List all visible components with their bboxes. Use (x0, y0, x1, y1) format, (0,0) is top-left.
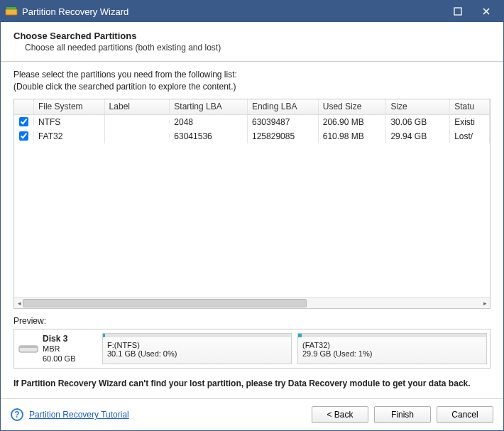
back-button[interactable]: < Back (312, 406, 368, 423)
row-checkbox[interactable] (19, 131, 28, 141)
col-used-size[interactable]: Used Size (319, 99, 387, 114)
table-header: File System Label Starting LBA Ending LB… (14, 99, 490, 115)
page-subheading: Choose all needed partitions (both exist… (25, 43, 491, 53)
disk-icon (18, 342, 38, 355)
instruction-line-2: (Double click the searched partition to … (13, 81, 491, 93)
col-status[interactable]: Statu (450, 99, 490, 114)
cell-used-size: 206.90 MB (319, 115, 387, 129)
close-button[interactable] (472, 1, 500, 22)
col-filesystem[interactable]: File System (34, 99, 105, 114)
window-title: Partition Recovery Wizard (22, 6, 444, 17)
table-row[interactable]: NTFS 2048 63039487 206.90 MB 30.06 GB Ex… (14, 115, 490, 129)
cell-starting-lba: 63041536 (170, 129, 248, 143)
cell-label (105, 134, 170, 138)
partition-label: (FAT32) (302, 341, 482, 349)
preview-label: Preview: (13, 316, 491, 326)
cell-size: 29.94 GB (386, 129, 450, 143)
cell-starting-lba: 2048 (170, 115, 248, 129)
svg-rect-4 (19, 346, 38, 348)
cell-ending-lba: 63039487 (248, 115, 319, 129)
col-ending-lba[interactable]: Ending LBA (248, 99, 319, 114)
disk-info: Disk 3 MBR 60.00 GB (14, 329, 99, 368)
preview-partition[interactable]: F:(NTFS) 30.1 GB (Used: 0%) (102, 333, 292, 364)
separator (1, 61, 503, 62)
preview-partition[interactable]: (FAT32) 29.9 GB (Used: 1%) (297, 333, 487, 364)
table-row[interactable]: FAT32 63041536 125829085 610.98 MB 29.94… (14, 129, 490, 143)
disk-type: MBR (43, 344, 75, 354)
partition-table: File System Label Starting LBA Ending LB… (13, 99, 491, 309)
col-starting-lba[interactable]: Starting LBA (170, 99, 248, 114)
disk-text: Disk 3 MBR 60.00 GB (43, 334, 75, 364)
cell-status: Lost/ (450, 129, 490, 143)
scroll-thumb[interactable] (23, 299, 307, 307)
disk-capacity: 60.00 GB (43, 354, 75, 364)
page-heading: Choose Searched Partitions (13, 31, 491, 41)
preview-box: Disk 3 MBR 60.00 GB F:(NTFS) 30.1 GB (Us… (13, 329, 491, 369)
content-area: Choose Searched Partitions Choose all ne… (1, 22, 503, 398)
app-icon (5, 5, 18, 18)
col-size[interactable]: Size (386, 99, 450, 114)
disk-title: Disk 3 (43, 334, 75, 344)
cell-size: 30.06 GB (386, 115, 450, 129)
col-checkbox (14, 99, 34, 114)
partition-detail: 30.1 GB (Used: 0%) (107, 349, 287, 358)
maximize-button[interactable] (444, 1, 472, 22)
instruction-line-1: Please select the partitions you need fr… (13, 69, 491, 81)
help-icon[interactable]: ? (11, 408, 23, 421)
cell-filesystem: NTFS (34, 115, 105, 129)
row-checkbox[interactable] (19, 117, 28, 126)
partition-detail: 29.9 GB (Used: 1%) (302, 349, 482, 358)
title-bar: Partition Recovery Wizard (1, 1, 503, 22)
svg-rect-2 (454, 8, 461, 15)
cell-status: Existi (450, 115, 490, 129)
horizontal-scrollbar[interactable]: ◂ ▸ (14, 297, 490, 308)
cell-ending-lba: 125829085 (248, 129, 319, 143)
col-label[interactable]: Label (105, 99, 170, 114)
svg-rect-0 (6, 9, 17, 15)
partition-label: F:(NTFS) (107, 341, 287, 349)
cell-label (105, 120, 170, 124)
instructions: Please select the partitions you need fr… (13, 69, 491, 93)
table-body: NTFS 2048 63039487 206.90 MB 30.06 GB Ex… (14, 115, 490, 297)
svg-rect-1 (6, 7, 16, 9)
scroll-right-icon[interactable]: ▸ (480, 300, 490, 307)
notice-text: If Partition Recovery Wizard can't find … (13, 378, 491, 388)
cancel-button[interactable]: Cancel (437, 406, 493, 423)
footer: ? Partition Recovery Tutorial < Back Fin… (1, 398, 503, 430)
finish-button[interactable]: Finish (374, 406, 431, 423)
cell-filesystem: FAT32 (34, 129, 105, 143)
tutorial-link[interactable]: Partition Recovery Tutorial (29, 410, 129, 420)
cell-used-size: 610.98 MB (319, 129, 387, 143)
